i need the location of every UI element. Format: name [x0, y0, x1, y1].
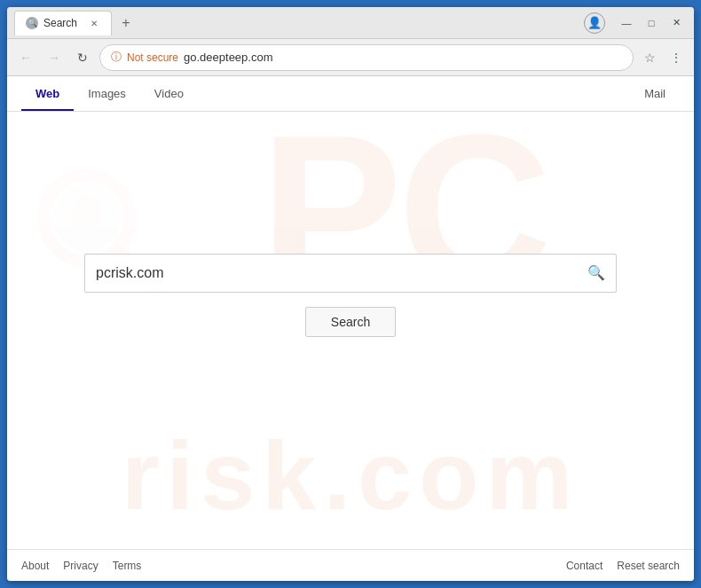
new-tab-button[interactable]: + — [115, 12, 137, 34]
footer-terms-link[interactable]: Terms — [113, 560, 142, 572]
tab-title: Search — [43, 17, 77, 29]
browser-window: 🔍 Search ✕ + 👤 — □ ✕ ← → ↻ ⓘ Not secure … — [7, 7, 694, 581]
active-tab[interactable]: 🔍 Search ✕ — [14, 11, 112, 35]
tab-mail[interactable]: Mail — [630, 78, 680, 111]
footer-contact-link[interactable]: Contact — [566, 560, 603, 572]
minimize-button[interactable]: — — [616, 14, 637, 32]
address-bar[interactable]: ⓘ Not secure go.deepteep.com — [99, 44, 634, 71]
svg-point-0 — [43, 175, 130, 262]
browser-menu-button[interactable]: ⋮ — [666, 47, 687, 68]
forward-button[interactable]: → — [43, 46, 66, 69]
window-controls: — □ ✕ — [616, 14, 687, 32]
svg-point-3 — [70, 195, 104, 229]
not-secure-label: Not secure — [127, 51, 178, 64]
search-nav-tabs: Web Images Video Mail — [7, 76, 694, 112]
bookmark-icon[interactable]: ☆ — [639, 47, 660, 68]
close-button[interactable]: ✕ — [666, 14, 687, 32]
not-secure-icon: ⓘ — [111, 50, 122, 65]
search-button[interactable]: Search — [305, 307, 396, 337]
search-input[interactable] — [96, 265, 587, 281]
footer-about-link[interactable]: About — [21, 560, 49, 572]
svg-point-1 — [54, 185, 121, 252]
footer: About Privacy Terms Contact Reset search — [7, 549, 694, 581]
address-bar-actions: ☆ ⋮ — [639, 47, 687, 68]
search-input-wrapper[interactable]: 🔍 — [84, 254, 617, 293]
refresh-button[interactable]: ↻ — [71, 46, 94, 69]
profile-icon[interactable]: 👤 — [584, 12, 605, 34]
url-text: go.deepteep.com — [184, 51, 622, 64]
address-bar-row: ← → ↻ ⓘ Not secure go.deepteep.com ☆ ⋮ — [7, 39, 694, 76]
search-area: 🔍 Search — [84, 254, 617, 337]
tab-web[interactable]: Web — [21, 78, 74, 111]
tab-video[interactable]: Video — [140, 78, 198, 111]
footer-right-links: Contact Reset search — [566, 560, 680, 572]
footer-left-links: About Privacy Terms — [21, 560, 141, 572]
tab-close-button[interactable]: ✕ — [88, 17, 100, 29]
search-magnifier-icon: 🔍 — [587, 264, 605, 281]
page-content: PC risk.com 🔍 Search — [7, 112, 694, 549]
tab-images[interactable]: Images — [74, 78, 140, 111]
back-button[interactable]: ← — [14, 46, 37, 69]
watermark-risk: risk.com — [122, 419, 579, 531]
footer-privacy-link[interactable]: Privacy — [63, 560, 98, 572]
title-bar: 🔍 Search ✕ + 👤 — □ ✕ — [7, 7, 694, 39]
tab-favicon: 🔍 — [26, 17, 38, 29]
tab-area: 🔍 Search ✕ + — [14, 11, 584, 35]
maximize-button[interactable]: □ — [641, 14, 662, 32]
footer-reset-search-link[interactable]: Reset search — [617, 560, 680, 572]
